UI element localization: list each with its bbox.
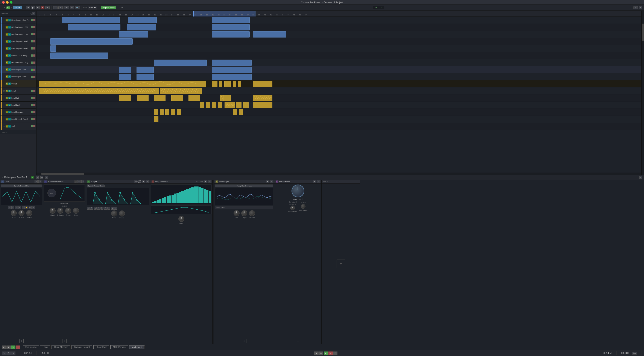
step-bar[interactable]	[206, 190, 208, 202]
solo-btn[interactable]: S	[8, 26, 11, 28]
smooth-knob[interactable]	[249, 210, 255, 216]
solo-btn[interactable]: S	[8, 68, 11, 71]
track-lane-1[interactable]	[36, 17, 642, 24]
solo-btn[interactable]: S	[8, 47, 11, 50]
scripter-add-btn[interactable]: +	[242, 339, 246, 343]
track-lane-lead-livb[interactable]	[36, 95, 642, 102]
clip[interactable]	[171, 95, 183, 101]
shaper-sync-btn[interactable]: Sync to Project Start	[87, 184, 104, 187]
shaper-shape-2[interactable]: ⊓	[90, 207, 93, 210]
clip[interactable]	[233, 81, 236, 87]
status-loop[interactable]: ⟳	[333, 352, 338, 355]
apply-randomness-btn[interactable]: Apply Randomness	[215, 184, 273, 187]
clip[interactable]	[137, 95, 148, 101]
expand-panel-btn[interactable]: ⤢	[639, 176, 642, 179]
read-btn[interactable]	[33, 33, 36, 35]
write-btn[interactable]	[31, 104, 33, 106]
lfo-shape-square[interactable]: ⊓	[15, 206, 18, 209]
track-lane-lead[interactable]	[36, 87, 642, 95]
release-knob[interactable]	[57, 208, 63, 214]
step-bar[interactable]	[182, 191, 184, 202]
write-btn[interactable]	[31, 125, 33, 127]
mute-btn[interactable]: M	[6, 68, 8, 71]
clip[interactable]	[212, 81, 218, 87]
step-bar[interactable]	[199, 187, 201, 202]
track-lane-7[interactable]	[36, 59, 642, 66]
step-note-knob[interactable]	[178, 216, 184, 222]
clip[interactable]	[119, 95, 131, 101]
track-lane-8[interactable]	[36, 66, 642, 73]
clip[interactable]	[127, 24, 156, 30]
tab-mixconsole[interactable]: MixConsole	[23, 345, 39, 349]
mute-btn[interactable]: M	[6, 26, 8, 28]
step-bar[interactable]	[164, 197, 166, 203]
step-bar[interactable]	[196, 186, 198, 203]
read-btn[interactable]	[33, 111, 36, 113]
lfo-add-btn[interactable]: +	[19, 339, 24, 343]
shaper-shape-7[interactable]: ⋯	[107, 207, 110, 210]
track-settings-btn[interactable]: ⚙	[32, 12, 35, 15]
status-play[interactable]: ▶	[324, 352, 328, 355]
bypass-btn[interactable]: B	[36, 176, 39, 179]
solo-btn[interactable]: S	[8, 75, 11, 78]
clip[interactable]	[50, 45, 56, 52]
track-lane-3[interactable]	[36, 31, 642, 38]
read-btn[interactable]	[33, 19, 36, 21]
clip[interactable]	[224, 81, 231, 87]
step-menu-btn[interactable]: ▾	[204, 180, 207, 183]
clip[interactable]	[253, 31, 286, 37]
write-btn[interactable]	[31, 40, 33, 42]
step-bar[interactable]	[172, 195, 174, 203]
step-bar[interactable]	[152, 202, 154, 203]
stop-btn[interactable]: ■	[36, 6, 40, 9]
h-scrollbar-thumb[interactable]	[41, 173, 84, 175]
step-bar[interactable]	[189, 188, 191, 202]
mute-btn[interactable]: M	[6, 83, 8, 85]
clip[interactable]	[219, 81, 222, 87]
solo-btn[interactable]: S	[8, 104, 11, 106]
mute-btn[interactable]: M	[6, 33, 8, 36]
read-btn[interactable]	[33, 47, 36, 49]
select-tool[interactable]: ↖	[53, 6, 58, 9]
clip[interactable]	[136, 74, 154, 80]
zoom-tool[interactable]: 🔍	[75, 6, 80, 9]
clip[interactable]	[212, 102, 216, 108]
read-btn[interactable]	[33, 54, 36, 57]
write-btn[interactable]	[31, 111, 33, 113]
clip[interactable]	[212, 17, 250, 23]
clip[interactable]	[119, 31, 148, 37]
clip[interactable]	[233, 109, 237, 115]
v-scrollbar[interactable]	[642, 11, 644, 175]
step-bar[interactable]	[154, 201, 157, 203]
clip[interactable]	[212, 24, 250, 30]
macro-menu-btn[interactable]: ▾	[313, 180, 316, 183]
track-lane-5[interactable]	[36, 45, 642, 52]
touch-mode-btn[interactable]: Touch	[13, 6, 22, 9]
solo-btn[interactable]: S	[8, 83, 11, 85]
clip[interactable]	[224, 102, 235, 108]
clip[interactable]	[154, 116, 158, 122]
mini-stop-btn[interactable]: ■	[2, 346, 6, 349]
dcf-attack-knob[interactable]	[290, 205, 295, 210]
clip[interactable]	[218, 102, 222, 108]
v-scrollbar-thumb[interactable]	[642, 23, 644, 41]
shaper-oneshot-btn[interactable]: One-Shot	[138, 180, 141, 183]
clip[interactable]	[62, 17, 120, 23]
tab-modulators[interactable]: Modulators	[129, 345, 145, 349]
write-btn[interactable]	[31, 97, 33, 99]
arrange-tracks[interactable]	[36, 17, 642, 173]
clip[interactable]	[212, 31, 250, 37]
lfo-shape-sine[interactable]: ∿	[8, 206, 11, 209]
mini-prev-btn[interactable]: ⏮	[6, 346, 11, 349]
clip[interactable]	[212, 67, 252, 73]
mute-btn[interactable]: M	[6, 19, 8, 21]
solo-btn[interactable]: S	[8, 97, 11, 99]
write-btn[interactable]	[31, 61, 33, 64]
shaper-shape-9[interactable]: ↕	[114, 207, 117, 210]
clip[interactable]	[223, 95, 231, 101]
read-btn[interactable]	[33, 40, 36, 42]
track-lane-2nd[interactable]	[36, 123, 642, 130]
clip[interactable]	[50, 52, 108, 59]
write-btn[interactable]	[31, 47, 33, 49]
clip[interactable]	[253, 95, 272, 101]
